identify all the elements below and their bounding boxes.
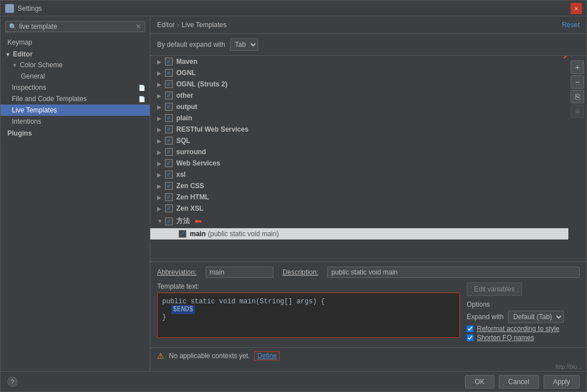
item-checkbox[interactable] — [165, 171, 173, 178]
item-checkbox[interactable] — [165, 148, 173, 156]
add-template-button[interactable]: + — [571, 60, 584, 74]
edit-variables-button[interactable]: Edit variables — [467, 282, 522, 296]
template-list-panel: ▶ Maven ▶ OGNL ▶ — [150, 56, 586, 258]
list-item-main[interactable]: main (public static void main) — [150, 228, 568, 239]
item-checkbox[interactable] — [165, 92, 173, 99]
cancel-button[interactable]: Cancel — [499, 375, 539, 389]
template-text-box[interactable]: public static void main(String[] args) {… — [157, 293, 460, 338]
item-checkbox[interactable] — [165, 137, 173, 145]
template-list: ▶ Maven ▶ OGNL ▶ — [150, 56, 568, 239]
sidebar-item-intentions[interactable]: Intentions — [1, 116, 150, 127]
template-text-right: Edit variables Options Expand with Defau… — [467, 282, 580, 343]
item-name: output — [176, 103, 197, 111]
color-scheme-label: Color Scheme — [20, 61, 63, 69]
template-list-scroll[interactable]: ▶ Maven ▶ OGNL ▶ — [150, 56, 568, 248]
list-item[interactable]: ▶ Zen XSL — [150, 203, 568, 214]
reformat-checkbox[interactable] — [467, 325, 473, 332]
item-checkbox[interactable] — [165, 125, 173, 133]
remove-template-button[interactable]: − — [571, 75, 584, 89]
item-checkbox[interactable] — [165, 182, 173, 190]
expand-arrow-icon: ▶ — [157, 160, 164, 167]
list-item[interactable]: ▶ surround — [150, 146, 568, 158]
breadcrumb-sep: › — [177, 21, 179, 29]
list-item[interactable]: ▶ OGNL — [150, 67, 568, 79]
abbreviation-input[interactable] — [206, 267, 273, 278]
expand-with-select[interactable]: Default (Tab) — [508, 311, 564, 323]
search-box: 🔍 ✕ — [5, 21, 145, 32]
inspections-label: Inspections — [12, 84, 46, 92]
copy-template-button[interactable]: ⎘ — [571, 90, 584, 103]
sidebar-item-live-templates[interactable]: Live Templates — [1, 104, 150, 116]
abbreviation-label: Abbreviation: — [157, 268, 197, 276]
search-clear-icon[interactable]: ✕ — [136, 23, 141, 31]
item-checkbox[interactable] — [165, 204, 173, 212]
define-link[interactable]: Define — [254, 351, 280, 360]
reset-button[interactable]: Reset — [562, 21, 580, 29]
footer: ? OK Cancel Apply — [1, 371, 586, 391]
list-item[interactable]: ▼ 方法 ⬅ — [150, 214, 568, 228]
list-item[interactable]: ▶ other — [150, 90, 568, 101]
list-item[interactable]: ▶ xsl — [150, 169, 568, 180]
sidebar-item-plugins[interactable]: Plugins — [1, 127, 150, 138]
item-checkbox[interactable] — [179, 230, 186, 238]
list-item[interactable]: ▶ RESTful Web Services — [150, 124, 568, 135]
list-item[interactable]: ▶ output — [150, 101, 568, 112]
list-item[interactable]: ▶ plain — [150, 112, 568, 124]
details-panel: Abbreviation: Description: Template text… — [150, 262, 586, 347]
help-button[interactable]: ? — [7, 377, 18, 387]
item-name: other — [176, 92, 193, 99]
keymap-label: Keymap — [7, 38, 32, 46]
template-text-label: Template text: — [157, 282, 460, 290]
item-name: plain — [176, 114, 192, 122]
expand-select[interactable]: Tab — [230, 38, 258, 51]
file-templates-label: File and Code Templates — [12, 95, 87, 103]
description-input[interactable] — [327, 267, 580, 278]
item-checkbox[interactable] — [165, 80, 173, 88]
list-item[interactable]: ▶ Web Services — [150, 158, 568, 169]
window-icon — [5, 4, 14, 13]
close-button[interactable]: × — [571, 3, 582, 14]
item-checkbox[interactable] — [165, 114, 173, 122]
more-options-button[interactable]: ≡ — [571, 104, 584, 118]
live-templates-label: Live Templates — [12, 106, 57, 114]
shorten-fq-row: Shorten FQ names — [467, 334, 580, 342]
item-checkbox[interactable] — [165, 69, 173, 77]
add-arrow-annotation: ↗ — [562, 56, 571, 62]
plugins-label: Plugins — [7, 129, 32, 137]
sidebar-item-file-templates[interactable]: File and Code Templates 📄 — [1, 93, 150, 104]
apply-button[interactable]: Apply — [543, 375, 580, 389]
item-checkbox[interactable] — [165, 159, 173, 167]
red-arrow-icon: ⬅ — [194, 216, 202, 227]
sidebar-item-editor[interactable]: ▼ Editor — [1, 48, 150, 59]
footer-buttons: OK Cancel Apply — [465, 375, 580, 389]
sidebar: 🔍 ✕ Keymap ▼ Editor ▼ Color Scheme Gener… — [1, 16, 150, 371]
list-item[interactable]: ▶ OGNL (Struts 2) — [150, 79, 568, 90]
list-item[interactable]: ▶ Zen CSS — [150, 180, 568, 191]
expand-arrow-icon: ▶ — [157, 104, 164, 110]
item-checkbox[interactable] — [165, 103, 173, 111]
expand-arrow-icon: ▶ — [157, 81, 164, 88]
inspections-icon: 📄 — [138, 85, 145, 91]
list-item[interactable]: ▶ SQL — [150, 135, 568, 146]
ok-button[interactable]: OK — [465, 375, 494, 389]
sidebar-item-color-scheme[interactable]: ▼ Color Scheme — [1, 59, 150, 71]
template-text-left: Template text: public static void main(S… — [157, 282, 460, 343]
list-item[interactable]: ▶ Zen HTML — [150, 191, 568, 203]
reformat-row: Reformat according to style — [467, 325, 580, 333]
item-name: Zen CSS — [176, 182, 204, 190]
item-checkbox[interactable] — [165, 193, 173, 201]
sidebar-item-general[interactable]: General — [1, 71, 150, 82]
code-highlight: $END$ — [171, 305, 195, 314]
item-name: main — [190, 230, 206, 238]
item-description: (public static void main) — [208, 230, 279, 238]
search-input[interactable] — [19, 23, 136, 31]
item-checkbox[interactable] — [165, 58, 173, 66]
item-name: xsl — [176, 171, 186, 178]
reformat-label: Reformat according to style — [477, 325, 559, 333]
sidebar-item-keymap[interactable]: Keymap — [1, 37, 150, 48]
shorten-fq-checkbox[interactable] — [467, 334, 473, 341]
sidebar-item-inspections[interactable]: Inspections 📄 — [1, 82, 150, 93]
watermark: http://blo... — [150, 364, 586, 371]
list-item[interactable]: ▶ Maven — [150, 56, 568, 67]
item-checkbox[interactable] — [165, 217, 173, 225]
